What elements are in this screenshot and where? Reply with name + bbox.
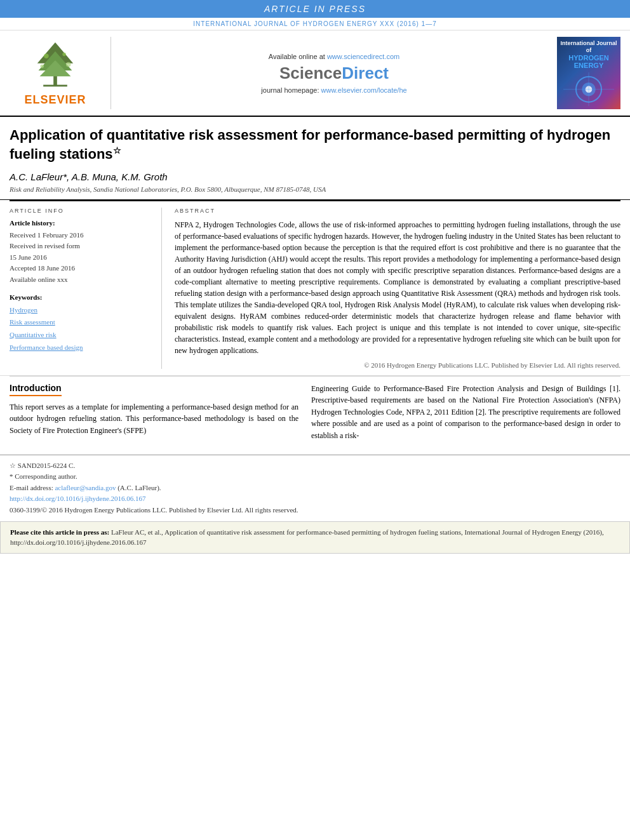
keywords-label: Keywords: [10,293,152,301]
svg-rect-1 [43,85,67,87]
article-info-heading: ARTICLE INFO [10,208,152,214]
svg-point-6 [62,53,66,57]
footnote-doi: http://dx.doi.org/10.1016/j.ijhydene.201… [10,493,620,505]
sciencedirect-direct: Direct [342,63,389,83]
journal-homepage: journal homepage: www.elsevier.com/locat… [261,86,406,94]
abstract-col: ABSTRACT NFPA 2, Hydrogen Technologies C… [175,208,620,369]
svg-point-5 [44,54,49,59]
journal-homepage-link[interactable]: www.elsevier.com/locate/he [321,86,407,94]
footnote-corresponding: * Corresponding author. [10,471,620,483]
author-affiliation: Risk and Reliability Analysis, Sandia Na… [10,185,620,193]
elsevier-tree-svg [23,39,87,90]
history-revised-label: Received in revised form [10,241,152,252]
intro-section-title: Introduction [10,383,62,396]
history-accepted: Accepted 18 June 2016 [10,263,152,274]
elsevier-brand-text: ELSEVIER [24,93,86,107]
article-info-col: ARTICLE INFO Article history: Received 1… [10,208,162,369]
article-main-title: Application of quantitative risk assessm… [10,126,620,164]
svg-rect-0 [53,76,57,86]
history-received: Received 1 February 2016 [10,230,152,241]
keywords-section: Keywords: Hydrogen Risk assessment Quant… [10,293,152,354]
footnote-email: E-mail address: aclafleur@sandia.gov (A.… [10,483,620,494]
intro-right-text: Engineering Guide to Performance-Based F… [311,383,620,442]
keyword-hydrogen[interactable]: Hydrogen [10,304,152,317]
citation-text: Please cite this article in press as: La… [10,527,620,548]
journal-cover-title: International Journal of [560,40,617,54]
title-star: ☆ [113,145,121,156]
sciencedirect-science: Science [279,63,342,83]
header-section: ELSEVIER Available online at www.science… [0,30,630,117]
sciencedirect-url-link[interactable]: www.sciencedirect.com [327,53,399,60]
article-in-press-banner: ARTICLE IN PRESS [0,0,630,18]
citation-label: Please cite this article in press as: [10,528,109,536]
keyword-quantitative-risk[interactable]: Quantitative risk [10,329,152,342]
article-title-section: Application of quantitative risk assessm… [0,117,630,200]
keyword-performance-based-design[interactable]: Performance based design [10,342,152,354]
journal-cover-graphic [563,72,614,106]
footnote-copyright: 0360-3199/© 2016 Hydrogen Energy Publica… [10,505,620,516]
journal-cover-image: International Journal of HYDROGEN ENERGY [557,37,620,109]
abstract-heading: ABSTRACT [175,208,620,214]
footnote-doi-link[interactable]: http://dx.doi.org/10.1016/j.ijhydene.201… [10,495,146,502]
citation-box: Please cite this article in press as: La… [0,521,630,554]
keyword-risk-assessment[interactable]: Risk assessment [10,316,152,329]
history-label: Article history: [10,219,152,227]
svg-point-7 [40,65,44,69]
intro-section: Introduction This report serves as a tem… [0,377,630,448]
history-revised-date: 15 June 2016 [10,252,152,263]
footnote-star: ☆ SAND2015-6224 C. [10,460,620,472]
journal-title-bar: INTERNATIONAL JOURNAL OF HYDROGEN ENERGY… [0,18,630,30]
abstract-copyright: © 2016 Hydrogen Energy Publications LLC.… [175,361,620,369]
intro-left-text: This report serves as a template for imp… [10,401,298,437]
footnotes-section: ☆ SAND2015-6224 C. * Corresponding autho… [0,455,630,521]
footnote-email-link[interactable]: aclafleur@sandia.gov [55,484,116,491]
intro-right-col: Engineering Guide to Performance-Based F… [311,383,620,442]
history-online: Available online xxx [10,274,152,286]
journal-cover-subtitle: HYDROGEN ENERGY [560,54,617,69]
header-center: Available online at www.sciencedirect.co… [117,37,551,109]
sciencedirect-brand: ScienceDirect [279,63,389,83]
available-online-text: Available online at www.sciencedirect.co… [269,53,399,60]
intro-left-col: Introduction This report serves as a tem… [10,383,298,442]
abstract-text: NFPA 2, Hydrogen Technologies Code, allo… [175,219,620,356]
article-info-abstract-section: ARTICLE INFO Article history: Received 1… [0,201,630,376]
svg-point-8 [66,62,71,67]
elsevier-logo: ELSEVIER [10,37,111,109]
authors: A.C. LaFleur*, A.B. Muna, K.M. Groth [10,171,620,182]
